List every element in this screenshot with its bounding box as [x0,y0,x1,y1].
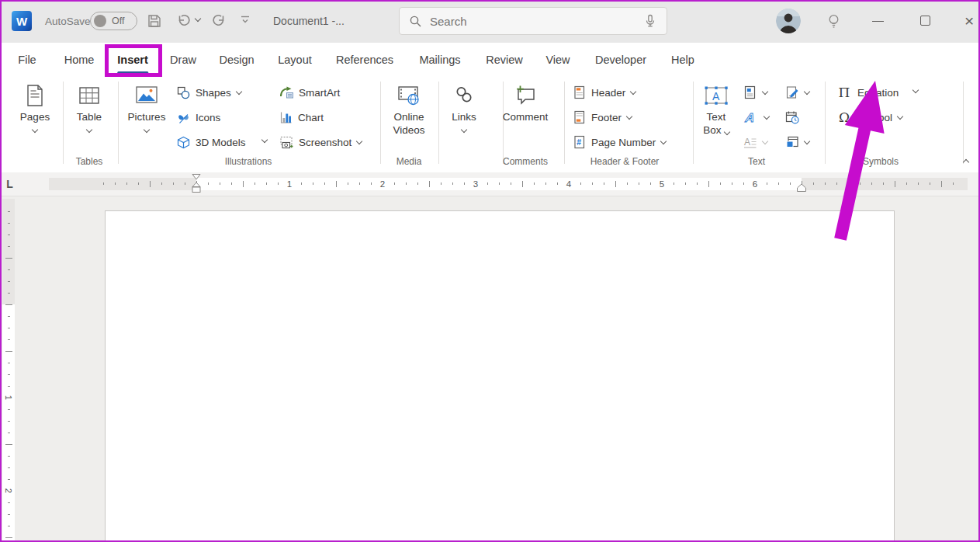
tab-file[interactable]: File [15,43,39,77]
drop-cap-icon: A [743,135,757,149]
pictures-chevron-icon [144,127,150,133]
pages-button[interactable]: Pages [10,81,60,132]
equation-button[interactable]: Π Equation [836,82,899,103]
undo-dropdown-chevron-icon[interactable] [195,16,201,22]
indent-markers[interactable] [191,173,202,194]
close-button[interactable]: × [964,11,974,31]
date-time-button[interactable] [785,106,799,128]
search-icon [409,15,422,28]
search-box[interactable] [399,7,667,35]
lightbulb-icon[interactable] [826,13,841,30]
footer-icon [573,110,586,124]
3d-models-chevron-icon[interactable] [261,137,268,143]
title-bar: W AutoSave Off Document1 -... [0,0,980,43]
vertical-ruler: 1 2 [0,196,17,542]
drop-cap-button[interactable]: A [743,131,767,153]
autosave-toggle[interactable]: Off [90,12,137,30]
signature-line-button[interactable] [785,82,809,103]
ruler-number: 5 [657,179,667,189]
smartart-icon [279,86,293,99]
undo-icon[interactable] [176,13,192,29]
group-label-tables: Tables [76,156,103,167]
tab-design[interactable]: Design [216,43,257,77]
quick-parts-button[interactable] [743,82,767,103]
ribbon-insert: Pages Table P [0,77,980,173]
right-indent-marker[interactable] [796,183,807,193]
pictures-button[interactable]: Pictures [122,81,171,132]
equation-chevron-icon[interactable] [912,87,919,93]
maximize-button[interactable] [920,16,930,26]
minimize-button[interactable] [872,21,884,22]
header-icon [573,85,586,99]
ruler-medium-ticks [150,181,942,187]
links-chevron-icon [461,127,467,133]
signature-line-icon [785,85,799,99]
shapes-chevron-icon [236,88,242,94]
pages-chevron-icon [32,127,38,133]
footer-chevron-icon [626,113,632,119]
wordart-button[interactable]: A [743,106,769,128]
group-divider [963,82,964,164]
screenshot-button[interactable]: Screenshot [279,131,362,153]
ruler-number: 3 [471,179,480,189]
tab-help[interactable]: Help [668,43,698,77]
redo-icon[interactable] [211,13,227,29]
header-button[interactable]: Header [573,82,635,103]
ruler-number: 1 [285,179,294,189]
footer-button[interactable]: Footer [573,106,632,128]
search-input[interactable] [430,15,635,28]
tab-view[interactable]: View [542,43,573,77]
pages-icon [24,81,46,110]
tab-home[interactable]: Home [61,43,98,77]
document-page[interactable] [105,210,895,542]
tab-stop-selector[interactable]: L [3,176,16,192]
tab-references[interactable]: References [333,43,397,77]
group-divider [380,82,381,164]
document-title: Document1 -... [273,15,345,27]
links-button[interactable]: Links [439,81,489,132]
word-logo-icon[interactable]: W [12,11,32,31]
tab-layout[interactable]: Layout [275,43,315,77]
group-label-comments: Comments [503,156,548,167]
svg-text:A: A [744,137,750,148]
svg-text:A: A [744,110,756,123]
collapse-ribbon-chevron-icon[interactable] [963,159,969,165]
table-icon [78,81,101,110]
icons-button[interactable]: Icons [177,106,220,128]
mic-icon[interactable] [643,14,657,28]
date-time-icon [785,110,799,124]
3d-models-icon [177,136,190,149]
table-button[interactable]: Table [64,81,114,132]
ruler-number: 4 [564,179,573,189]
autosave-state: Off [112,16,124,26]
tab-review[interactable]: Review [483,43,526,77]
new-comment-icon [514,81,537,110]
smartart-button[interactable]: SmartArt [279,82,340,103]
symbol-button[interactable]: Ω Symbol [836,106,902,128]
shapes-button[interactable]: Shapes [177,82,241,103]
horizontal-ruler-strip: L 1 2 3 4 5 6 [0,172,980,196]
toggle-knob-icon [94,15,106,27]
object-button[interactable] [785,131,809,153]
page-number-chevron-icon [660,137,667,144]
pictures-icon [135,81,158,110]
annotation-highlight-insert-tab [105,44,162,77]
text-box-button[interactable]: A Text Box [691,81,741,137]
save-icon[interactable] [147,13,162,29]
signature-line-chevron-icon [804,88,810,94]
tab-developer[interactable]: Developer [592,43,649,77]
chart-button[interactable]: Chart [279,106,324,128]
tab-mailings[interactable]: Mailings [416,43,463,77]
online-videos-button[interactable]: Online Videos [384,81,434,137]
page-number-icon: # [573,135,586,149]
quick-access-toolbar-more-icon[interactable] [239,13,251,26]
symbol-omega-icon: Ω [836,109,852,125]
3d-models-button[interactable]: 3D Models [177,131,246,153]
group-divider [825,82,826,164]
icons-icon [177,111,190,124]
page-number-button[interactable]: # Page Number [573,131,666,153]
tab-draw[interactable]: Draw [167,43,199,77]
user-avatar[interactable] [776,9,801,33]
comment-button[interactable]: Comment [497,81,553,123]
wordart-chevron-icon [764,113,770,119]
